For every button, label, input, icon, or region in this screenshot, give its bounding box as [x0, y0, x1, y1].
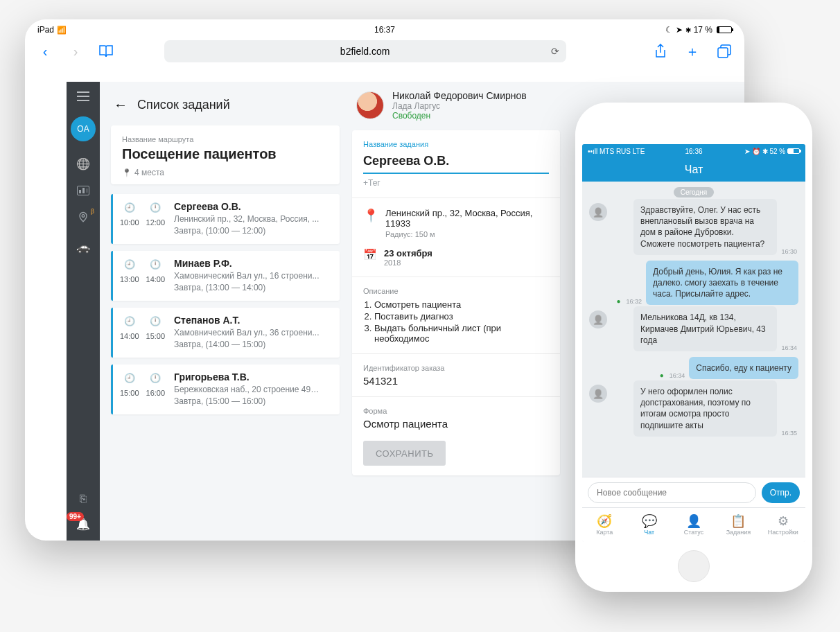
forward-button[interactable]: ›: [67, 44, 85, 60]
bluetooth-icon: [685, 25, 691, 35]
save-button[interactable]: СОХРАНИТЬ: [363, 441, 446, 466]
tab-icon: ⚙: [778, 515, 789, 527]
reload-icon[interactable]: ⟳: [551, 46, 559, 57]
visit-card[interactable]: 🕘10:00 🕛12:00 Сергеева О.В. Ленинский пр…: [111, 194, 340, 244]
new-tab-button[interactable]: ＋: [683, 42, 701, 61]
tasks-list-column: ← Список заданий Название маршрута Посещ…: [111, 90, 340, 541]
message-bubble: Здравствуйте, Олег. У нас есть внепланов…: [633, 199, 777, 255]
tab-label: Статус: [684, 529, 703, 536]
msg-time: 16:34: [781, 344, 797, 351]
task-radius: Радиус: 150 м: [385, 230, 549, 238]
tab-задания[interactable]: 📋Задания: [716, 508, 760, 542]
task-date[interactable]: 📅 23 октября 2018: [363, 248, 549, 267]
tasks-icon[interactable]: β: [76, 211, 90, 225]
clock-icon: 🕛: [146, 259, 166, 270]
chat-header: Чат: [582, 158, 805, 182]
clock-icon: 🕘: [120, 202, 139, 213]
msg-time: 16:32: [626, 298, 642, 305]
send-button[interactable]: Отпр.: [762, 482, 800, 503]
task-year: 2018: [384, 258, 432, 267]
signal-icon: ••ıll: [588, 148, 597, 155]
battery-pct: 52 %: [769, 148, 785, 155]
tab-настройки[interactable]: ⚙Настройки: [761, 508, 805, 542]
visit-when: Завтра, (15:00 — 16:00): [174, 396, 320, 406]
message-input[interactable]: [588, 482, 756, 503]
bookmarks-button[interactable]: [97, 44, 115, 58]
add-tag[interactable]: +Тег: [363, 178, 549, 188]
time-from: 10:00: [120, 218, 139, 227]
assignee-name: Николай Федорович Смирнов: [392, 90, 527, 101]
phone-tabbar: 🧭Карта💬Чат👤Статус📋Задания⚙Настройки: [582, 507, 805, 542]
desc-label: Описание: [363, 287, 549, 295]
back-arrow-icon[interactable]: ←: [114, 97, 128, 113]
avatar-icon: [589, 310, 607, 328]
back-button[interactable]: ‹: [36, 44, 54, 60]
route-card: Название маршрута Посещение пациентов 4 …: [111, 125, 340, 184]
day-chip: Сегодня: [674, 187, 714, 198]
divider: [352, 276, 560, 277]
msg-time: 16:34: [670, 372, 685, 379]
form-value[interactable]: Осмотр пациента: [363, 418, 549, 430]
task-name-input[interactable]: [363, 151, 549, 174]
visit-card[interactable]: 🕘14:00 🕛15:00 Степанов А.Т. Хамовнически…: [111, 308, 340, 358]
calendar-icon: 📅: [363, 248, 377, 261]
pin-icon: [122, 168, 132, 177]
time-to: 12:00: [146, 218, 166, 227]
assignee-block[interactable]: Николай Федорович Смирнов Лада Ларгус Св…: [356, 90, 560, 121]
user-avatar[interactable]: OA: [71, 116, 96, 141]
tablet-clock: 16:37: [25, 25, 744, 35]
route-places: 4 места: [122, 168, 329, 177]
battery-icon: [787, 148, 800, 154]
desc-item: Выдать больничный лист (при необходимос: [374, 323, 549, 344]
clock-icon: 🕛: [146, 316, 166, 326]
device-label: iPad: [37, 25, 54, 35]
divider: [352, 198, 560, 198]
wifi-icon: [57, 25, 67, 35]
reports-icon[interactable]: [77, 186, 89, 195]
share-button[interactable]: [651, 42, 670, 61]
fleet-icon[interactable]: [76, 240, 90, 254]
message-bubble: Спасибо, еду к пациенту: [689, 357, 798, 379]
visit-address: Хамовнический Вал ул., 36 строени...: [174, 328, 320, 337]
home-button[interactable]: [678, 550, 710, 582]
task-detail-column: Николай Федорович Смирнов Лада Ларгус Св…: [352, 90, 560, 541]
beta-badge: β: [91, 208, 94, 215]
msg-time: 16:30: [781, 248, 797, 255]
phone-status-bar: ••ıll MTS RUS LTE 16:36 ➤ ⏰ ✱ 52 %: [582, 144, 805, 158]
url-text: b2field.com: [340, 46, 390, 57]
visit-name: Минаев Р.Ф.: [174, 258, 320, 269]
carrier: MTS RUS LTE: [600, 148, 645, 155]
tab-label: Настройки: [768, 529, 798, 536]
location-icon: [676, 25, 683, 35]
time-from: 14:00: [120, 332, 139, 340]
notifications-icon[interactable]: 99+: [76, 518, 90, 531]
visit-card[interactable]: 🕘13:00 🕛14:00 Минаев Р.Ф. Хамовнический …: [111, 251, 340, 301]
desc-item: Поставить диагноз: [374, 311, 549, 322]
notifications-badge: 99+: [67, 512, 84, 521]
assignee-vehicle: Лада Ларгус: [392, 101, 527, 111]
visit-card[interactable]: 🕘15:00 🕛16:00 Григорьева Т.В. Бережковск…: [111, 365, 340, 414]
globe-icon[interactable]: [76, 157, 90, 170]
url-bar[interactable]: b2field.com ⟳: [164, 40, 566, 62]
tab-чат[interactable]: 💬Чат: [627, 508, 671, 542]
chat-thread[interactable]: Сегодня Здравствуйте, Олег. У нас есть в…: [582, 182, 805, 477]
composer: Отпр.: [582, 477, 805, 507]
tab-карта[interactable]: 🧭Карта: [582, 508, 627, 542]
task-name-label: Название задания: [363, 140, 549, 148]
logout-icon[interactable]: [80, 493, 87, 505]
location-icon: ➤: [744, 148, 750, 155]
task-description: Осмотреть пациентаПоставить диагнозВыдат…: [363, 299, 549, 344]
location-pin-icon: 📍: [363, 208, 378, 238]
task-location[interactable]: 📍 Ленинский пр., 32, Москва, Россия, 119…: [363, 208, 549, 238]
phone-frame: ••ıll MTS RUS LTE 16:36 ➤ ⏰ ✱ 52 % Чат С…: [575, 103, 812, 592]
dnd-icon: [665, 25, 673, 35]
order-id-label: Идентификатор заказа: [363, 364, 549, 372]
tab-icon: 👤: [686, 515, 701, 527]
tab-статус[interactable]: 👤Статус: [672, 508, 716, 542]
task-date-value: 23 октября: [384, 248, 432, 258]
route-name: Посещение пациентов: [122, 146, 329, 162]
tabs-button[interactable]: [715, 42, 733, 61]
menu-icon[interactable]: [77, 91, 89, 101]
assignee-status: Свободен: [392, 111, 527, 121]
clock-icon: 🕘: [120, 373, 139, 383]
